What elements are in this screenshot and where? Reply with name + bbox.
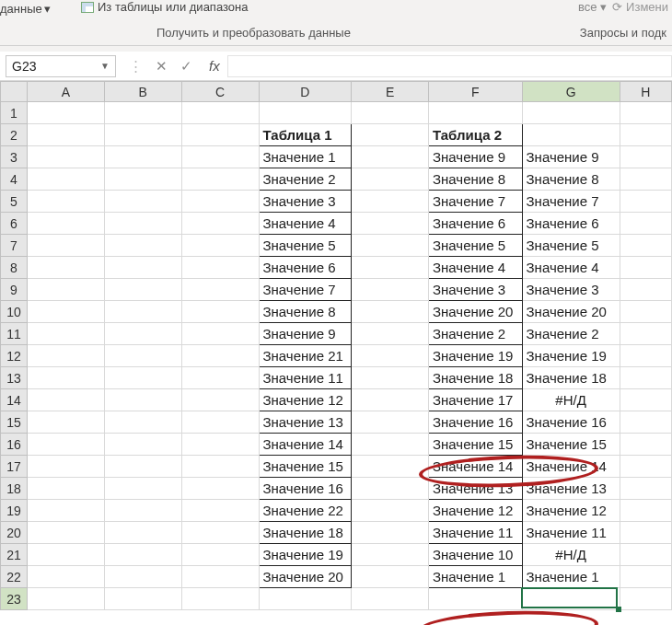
formula-input[interactable]: [227, 55, 672, 77]
cell-D15[interactable]: Значение 13: [259, 411, 352, 434]
cell-A22[interactable]: [27, 566, 104, 588]
cell-H7[interactable]: [620, 235, 671, 257]
cell-C23[interactable]: [181, 588, 259, 610]
cell-B11[interactable]: [104, 323, 181, 345]
cell-E2[interactable]: [352, 124, 429, 146]
row-header-6[interactable]: 6: [1, 213, 28, 235]
cell-A1[interactable]: [27, 102, 104, 124]
cell-A15[interactable]: [27, 411, 104, 434]
cell-C12[interactable]: [181, 345, 259, 367]
row-header-5[interactable]: 5: [1, 191, 28, 213]
cell-E1[interactable]: [352, 102, 429, 124]
cell-F6[interactable]: Значение 6: [428, 213, 522, 235]
cell-D13[interactable]: Значение 11: [259, 367, 352, 389]
cell-F17[interactable]: Значение 14: [428, 456, 522, 478]
cell-H1[interactable]: [620, 102, 671, 124]
cell-A20[interactable]: [27, 522, 104, 544]
cell-A4[interactable]: [27, 168, 104, 191]
cell-H11[interactable]: [620, 323, 671, 345]
cell-G8[interactable]: Значение 4: [522, 257, 620, 279]
cancel-formula-icon[interactable]: ✕: [156, 58, 168, 75]
cell-B16[interactable]: [104, 434, 181, 456]
cell-H3[interactable]: [620, 146, 671, 168]
cell-E17[interactable]: [352, 456, 429, 478]
cell-D20[interactable]: Значение 18: [259, 522, 352, 544]
cell-D3[interactable]: Значение 1: [259, 146, 352, 168]
row-header-11[interactable]: 11: [1, 323, 28, 345]
cell-F11[interactable]: Значение 2: [428, 323, 522, 345]
column-header-B[interactable]: B: [104, 82, 181, 102]
cell-A9[interactable]: [27, 279, 104, 301]
cell-C22[interactable]: [181, 566, 259, 588]
cell-G14[interactable]: #Н/Д: [522, 389, 620, 411]
cell-G4[interactable]: Значение 8: [522, 168, 620, 191]
cell-G7[interactable]: Значение 5: [522, 235, 620, 257]
cell-C14[interactable]: [181, 389, 259, 411]
row-header-19[interactable]: 19: [1, 500, 28, 522]
accept-formula-icon[interactable]: ✓: [180, 58, 192, 75]
cell-D8[interactable]: Значение 6: [259, 257, 352, 279]
cell-B20[interactable]: [104, 522, 181, 544]
cell-F13[interactable]: Значение 18: [428, 367, 522, 389]
cell-G10[interactable]: Значение 20: [522, 301, 620, 323]
from-table-range-button[interactable]: Из таблицы или диапазона: [81, 0, 248, 14]
cell-B12[interactable]: [104, 345, 181, 367]
cell-H4[interactable]: [620, 168, 671, 191]
cell-H2[interactable]: [620, 124, 671, 146]
cell-C4[interactable]: [181, 168, 259, 191]
cell-F23[interactable]: [428, 588, 522, 610]
row-header-20[interactable]: 20: [1, 522, 28, 544]
cell-C6[interactable]: [181, 213, 259, 235]
cell-F14[interactable]: Значение 17: [428, 389, 522, 411]
cell-B18[interactable]: [104, 478, 181, 500]
cell-E7[interactable]: [352, 235, 429, 257]
cell-F20[interactable]: Значение 11: [428, 522, 522, 544]
cell-G9[interactable]: Значение 3: [522, 279, 620, 301]
cell-B19[interactable]: [104, 500, 181, 522]
cell-B10[interactable]: [104, 301, 181, 323]
cell-C13[interactable]: [181, 367, 259, 389]
cell-A17[interactable]: [27, 456, 104, 478]
cell-C17[interactable]: [181, 456, 259, 478]
cell-F22[interactable]: Значение 1: [428, 566, 522, 588]
cell-E3[interactable]: [352, 146, 429, 168]
cell-F3[interactable]: Значение 9: [428, 146, 522, 168]
row-header-22[interactable]: 22: [1, 566, 28, 588]
cell-B14[interactable]: [104, 389, 181, 411]
row-header-10[interactable]: 10: [1, 301, 28, 323]
cell-C5[interactable]: [181, 191, 259, 213]
row-header-13[interactable]: 13: [1, 367, 28, 389]
cell-B6[interactable]: [104, 213, 181, 235]
cell-A12[interactable]: [27, 345, 104, 367]
cell-G3[interactable]: Значение 9: [522, 146, 620, 168]
cell-C7[interactable]: [181, 235, 259, 257]
cell-E21[interactable]: [352, 544, 429, 566]
cell-E15[interactable]: [352, 411, 429, 434]
row-header-3[interactable]: 3: [1, 146, 28, 168]
cell-B5[interactable]: [104, 191, 181, 213]
cell-B8[interactable]: [104, 257, 181, 279]
cell-E5[interactable]: [352, 191, 429, 213]
cell-B15[interactable]: [104, 411, 181, 434]
cell-F10[interactable]: Значение 20: [428, 301, 522, 323]
cell-C21[interactable]: [181, 544, 259, 566]
cell-E14[interactable]: [352, 389, 429, 411]
cell-A14[interactable]: [27, 389, 104, 411]
cell-H9[interactable]: [620, 279, 671, 301]
cell-B2[interactable]: [104, 124, 181, 146]
cell-B21[interactable]: [104, 544, 181, 566]
cell-H18[interactable]: [620, 478, 671, 500]
cell-D4[interactable]: Значение 2: [259, 168, 352, 191]
options-icon[interactable]: ⋮: [129, 58, 143, 75]
cell-B22[interactable]: [104, 566, 181, 588]
cell-F19[interactable]: Значение 12: [428, 500, 522, 522]
cell-B7[interactable]: [104, 235, 181, 257]
name-box[interactable]: G23 ▼: [6, 55, 116, 77]
cell-H12[interactable]: [620, 345, 671, 367]
cell-C9[interactable]: [181, 279, 259, 301]
cell-G23[interactable]: [522, 588, 620, 610]
cell-C16[interactable]: [181, 434, 259, 456]
cell-D11[interactable]: Значение 9: [259, 323, 352, 345]
column-header-A[interactable]: A: [27, 82, 104, 102]
cell-B1[interactable]: [104, 102, 181, 124]
